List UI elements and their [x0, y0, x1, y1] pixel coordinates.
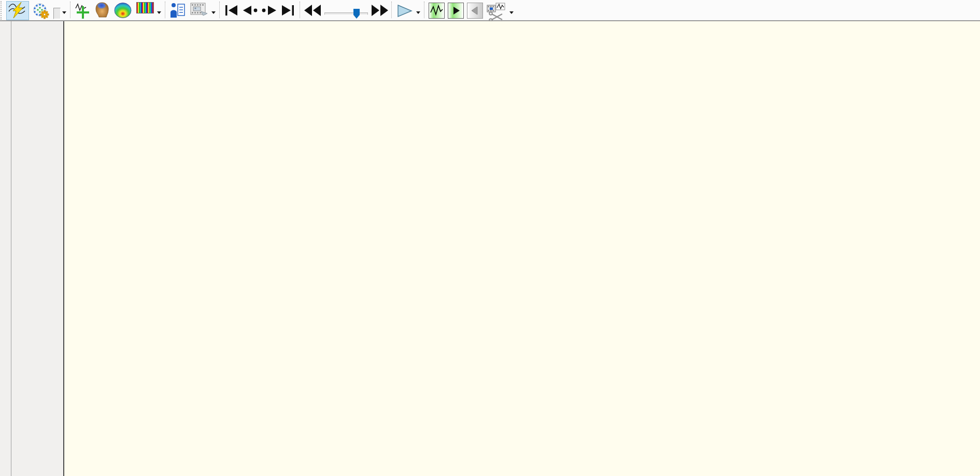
spectrogram-icon — [136, 2, 154, 13]
separator — [424, 2, 424, 18]
eeg-trace-canvas — [0, 0, 980, 476]
slider-track[interactable] — [324, 12, 368, 15]
separator — [165, 2, 165, 18]
video-clip-button[interactable] — [486, 2, 507, 24]
review-play-button[interactable] — [448, 3, 464, 19]
chevron-down-icon — [416, 11, 420, 16]
panel-divider — [11, 21, 11, 476]
next-arrow-icon — [261, 5, 277, 16]
last-page-button[interactable] — [279, 3, 296, 19]
fast-forward-icon — [371, 4, 389, 17]
review-back-icon — [467, 3, 482, 18]
skip-to-start-icon — [224, 5, 239, 16]
rewind-button[interactable] — [304, 3, 320, 19]
separator — [300, 2, 300, 18]
channel-panel — [0, 21, 63, 476]
chevron-down-icon — [509, 11, 514, 16]
electrode-grid-gear-icon — [32, 2, 50, 20]
notch-filter-50hz-button[interactable] — [6, 1, 29, 20]
head-map-3d-button[interactable] — [94, 1, 110, 21]
datetime-display — [53, 1, 61, 19]
previous-arrow-icon — [242, 5, 259, 16]
skip-to-end-icon — [280, 5, 295, 16]
separator — [70, 2, 70, 18]
sine-wave-lightning-icon — [8, 2, 27, 19]
video-dropdown-button[interactable] — [211, 11, 216, 16]
play-dropdown-button[interactable] — [416, 11, 420, 16]
fast-forward-button[interactable] — [371, 3, 388, 19]
chevron-down-icon — [157, 11, 161, 16]
review-back-button[interactable] — [467, 3, 483, 19]
slider-thumb[interactable] — [353, 9, 360, 19]
separator — [219, 2, 220, 18]
prev-page-button[interactable] — [242, 3, 259, 19]
first-page-button[interactable] — [223, 3, 240, 19]
play-button[interactable] — [395, 3, 414, 20]
toolbar-grip — [1, 1, 4, 20]
separator — [391, 2, 392, 18]
next-page-button[interactable] — [261, 3, 277, 19]
event-marker-button[interactable] — [74, 1, 92, 21]
review-waveform-icon — [429, 3, 444, 18]
topo-map-button[interactable] — [112, 1, 133, 21]
film-scissors-icon — [487, 3, 506, 21]
speed-slider[interactable] — [323, 1, 369, 20]
topo-map-icon — [113, 2, 132, 19]
rewind-icon — [304, 4, 321, 17]
filmstrip-icon — [190, 2, 208, 18]
play-icon — [396, 4, 413, 18]
review-play-icon — [448, 3, 463, 18]
time-display[interactable] — [53, 8, 61, 19]
time-dropdown-button[interactable] — [62, 11, 66, 16]
head-3d-icon — [95, 2, 109, 19]
dsa-trend-button[interactable] — [135, 1, 155, 15]
review-wave-button[interactable] — [429, 3, 445, 19]
clip-dropdown-button[interactable] — [509, 11, 514, 16]
patient-info-button[interactable] — [169, 1, 187, 21]
chevron-down-icon — [62, 11, 66, 16]
toolbar — [0, 0, 980, 21]
chevron-down-icon — [211, 11, 216, 16]
montage-settings-button[interactable] — [31, 1, 51, 22]
video-button[interactable] — [189, 1, 209, 20]
dsa-dropdown-button[interactable] — [157, 11, 161, 16]
waveform-cross-icon — [75, 2, 91, 19]
patient-info-icon — [170, 2, 186, 19]
